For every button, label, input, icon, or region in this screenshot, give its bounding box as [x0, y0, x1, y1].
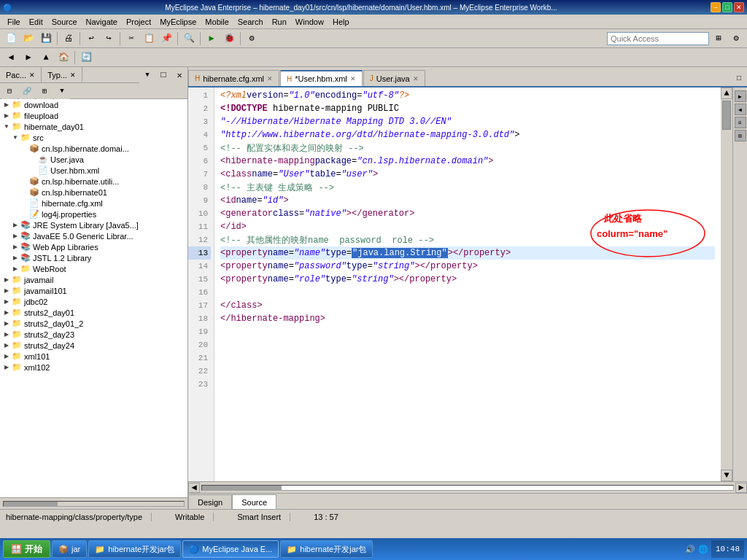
expand-icon[interactable]: ▶ — [3, 101, 10, 109]
menu-item-myeclipse[interactable]: MyEclipse — [155, 16, 201, 28]
expand-icon[interactable]: ▶ — [3, 276, 10, 284]
expand-icon[interactable]: ▶ — [3, 287, 10, 295]
tab-close-cfg[interactable]: ✕ — [267, 75, 273, 82]
source-tab[interactable]: Source — [232, 494, 276, 509]
expand-icon[interactable]: ▼ — [3, 123, 10, 131]
menu-item-project[interactable]: Project — [122, 16, 155, 28]
editor-maximize-btn[interactable]: □ — [731, 70, 747, 86]
tab-user-java[interactable]: J User.java ✕ — [363, 70, 425, 86]
tree-item[interactable]: 📄User.hbm.xml — [0, 165, 187, 176]
taskbar-item-hibernate1[interactable]: 📁 hibernate开发jar包 — [88, 540, 181, 558]
tab-user-hbm[interactable]: H *User.hbm.xml ✕ — [280, 70, 363, 86]
taskbar-item-jar[interactable]: 📦 jar — [52, 540, 87, 558]
expand-icon[interactable]: ▼ — [12, 134, 19, 141]
refresh-button[interactable]: 🔄 — [78, 50, 94, 66]
tree-item[interactable]: ▶📁struts2_day01_2 — [0, 318, 187, 329]
tree-item[interactable]: ▶📁WebRoot — [0, 263, 187, 274]
menu-item-mobile[interactable]: Mobile — [201, 16, 233, 28]
menu-item-help[interactable]: Help — [328, 16, 354, 28]
design-tab[interactable]: Design — [188, 494, 232, 509]
expand-icon[interactable]: ▶ — [3, 298, 10, 306]
home-button[interactable]: 🏠 — [55, 50, 71, 66]
tree-item[interactable]: ▶📚Web App Libraries — [0, 241, 187, 252]
server-button[interactable]: ⚙ — [244, 31, 260, 47]
expand-icon[interactable]: ▶ — [3, 364, 10, 371]
expand-icon[interactable] — [20, 211, 28, 218]
sidebar-tab-close[interactable]: ✕ — [29, 71, 35, 79]
sidebar-tab-types-close[interactable]: ✕ — [70, 71, 76, 79]
sidebar-tab-types[interactable]: Typ... ✕ — [42, 67, 82, 82]
quick-access-input[interactable] — [607, 32, 709, 45]
right-panel-icon4[interactable]: ⊞ — [735, 130, 746, 141]
tree-item[interactable]: 📄hibernate.cfg.xml — [0, 198, 187, 209]
expand-icon[interactable] — [20, 189, 28, 196]
sidebar-view-btn[interactable]: ⊞ — [36, 83, 53, 99]
tree-item[interactable]: ▶📚JSTL 1.2 Library — [0, 252, 187, 263]
maximize-button[interactable]: □ — [722, 2, 732, 12]
menu-item-source[interactable]: Source — [47, 16, 82, 28]
settings-button[interactable]: ⚙ — [728, 31, 744, 47]
new-button[interactable]: 📄 — [3, 31, 19, 47]
expand-icon[interactable]: ▶ — [3, 112, 10, 120]
tree-item[interactable]: ☕User.java — [0, 154, 187, 165]
right-panel-icon1[interactable]: ▶ — [735, 90, 746, 102]
tree-item[interactable]: ▶📁xml102 — [0, 362, 187, 373]
expand-icon[interactable]: ▶ — [3, 353, 10, 360]
expand-icon[interactable]: ▶ — [3, 342, 10, 349]
debug-button[interactable]: 🐞 — [221, 31, 237, 47]
menu-item-edit[interactable]: Edit — [25, 16, 47, 28]
sidebar-menu-btn[interactable]: ▼ — [139, 67, 155, 83]
tree-item[interactable]: ▶📁fileupload — [0, 110, 187, 121]
tree-item[interactable]: ▶📚JRE System Library [Java5...] — [0, 219, 187, 230]
save-button[interactable]: 💾 — [38, 31, 54, 47]
tree-item[interactable]: ▶📚JavaEE 5.0 Generic Librar... — [0, 230, 187, 241]
expand-icon[interactable]: ▶ — [12, 233, 19, 240]
collapse-all-btn[interactable]: ⊟ — [1, 83, 18, 99]
expand-icon[interactable]: ▶ — [12, 222, 19, 229]
minimize-button[interactable]: – — [711, 2, 721, 12]
close-button[interactable]: ✕ — [734, 2, 744, 12]
tab-close-java[interactable]: ✕ — [413, 75, 419, 82]
sidebar-settings-btn[interactable]: ▼ — [54, 83, 70, 99]
expand-icon[interactable]: ▶ — [3, 309, 10, 316]
tree-item[interactable]: 📦cn.lsp.hibernate01 — [0, 187, 187, 198]
expand-icon[interactable] — [29, 156, 36, 163]
tree-item[interactable]: ▶📁struts2_day24 — [0, 340, 187, 351]
expand-icon[interactable]: ▶ — [12, 265, 19, 273]
run-button[interactable]: ▶ — [204, 31, 220, 47]
right-panel-icon3[interactable]: ≡ — [735, 117, 746, 128]
menu-item-run[interactable]: Run — [268, 16, 291, 28]
redo-button[interactable]: ↪ — [101, 31, 117, 47]
up-button[interactable]: ▲ — [38, 50, 54, 66]
tree-item[interactable]: ▼📁hibernate_day01 — [0, 121, 187, 132]
back-button[interactable]: ◀ — [3, 50, 19, 66]
tree-item[interactable]: ▶📁javamail — [0, 274, 187, 285]
horizontal-scrollbar[interactable]: ◀ ▶ — [188, 481, 747, 493]
tree-item[interactable]: 📝log4j.properties — [0, 209, 187, 219]
tree-item[interactable]: ▶📁javamail101 — [0, 285, 187, 296]
menu-item-search[interactable]: Search — [233, 16, 268, 28]
tree-item[interactable]: 📦cn.lsp.hibernate.utili... — [0, 176, 187, 187]
forward-button[interactable]: ▶ — [20, 50, 36, 66]
expand-icon[interactable] — [20, 145, 28, 152]
editor-scrollbar[interactable]: ▲ ▼ — [721, 88, 732, 481]
tree-item[interactable]: ▼📁src — [0, 132, 187, 143]
tree-item[interactable]: ▶📁download — [0, 99, 187, 110]
taskbar-item-hibernate2[interactable]: 📁 hibernate开发jar包 — [280, 540, 373, 558]
copy-button[interactable]: 📋 — [141, 31, 157, 47]
menu-item-window[interactable]: Window — [291, 16, 328, 28]
perspective-button[interactable]: ⊞ — [711, 31, 727, 47]
expand-icon[interactable] — [20, 178, 28, 185]
undo-button[interactable]: ↩ — [83, 31, 99, 47]
sidebar-max-btn[interactable]: □ — [155, 67, 171, 83]
tree-item[interactable]: ▶📁struts2_day23 — [0, 329, 187, 340]
expand-icon[interactable] — [29, 167, 36, 174]
tab-close-hbm[interactable]: ✕ — [350, 75, 356, 82]
cut-button[interactable]: ✂ — [123, 31, 139, 47]
taskbar-item-myeclipse[interactable]: 🔵 MyEclipse Java E... — [182, 540, 279, 558]
expand-icon[interactable]: ▶ — [3, 320, 10, 327]
print-button[interactable]: 🖨 — [61, 31, 77, 47]
start-button[interactable]: 🪟 开始 — [3, 540, 50, 558]
expand-icon[interactable]: ▶ — [12, 244, 19, 251]
search-button[interactable]: 🔍 — [181, 31, 197, 47]
